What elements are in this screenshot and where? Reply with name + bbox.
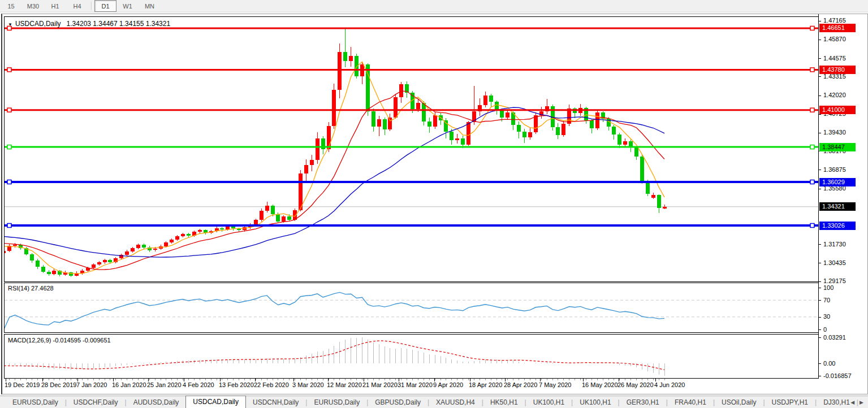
price-badge: 1.41000 xyxy=(819,106,856,114)
rsi-current-value: 27.4628 xyxy=(31,285,54,292)
date-axis-label: 13 Feb 2020 xyxy=(219,381,254,388)
price-axis-tick xyxy=(819,133,821,133)
macd-axis-tick xyxy=(819,337,821,338)
timeframe-button-m30[interactable]: M30 xyxy=(22,0,44,12)
tab-uk100-h1[interactable]: UK100,H1 xyxy=(526,397,571,408)
price-axis-label: 1.29175 xyxy=(823,277,846,284)
rsi-label: RSI(14) 27.4628 xyxy=(8,285,54,292)
price-axis-label: 1.42020 xyxy=(823,92,846,98)
price-badge: 1.38447 xyxy=(819,143,856,151)
price-axis-tick xyxy=(819,263,821,263)
chart-title: ▼USDCAD,Daily1.34203 1.34467 1.34155 1.3… xyxy=(8,20,170,28)
date-axis-label: 18 Apr 2020 xyxy=(469,381,502,388)
timeframe-button-d1[interactable]: D1 xyxy=(94,0,116,12)
price-axis-tick xyxy=(819,96,821,96)
tab-usdchf-daily[interactable]: USDCHF,Daily xyxy=(67,397,125,408)
tab-usdjpy-h1[interactable]: USDJPY,H1 xyxy=(765,397,815,408)
timeframe-button-h4[interactable]: H4 xyxy=(66,0,88,12)
hline-handle[interactable] xyxy=(810,68,814,72)
macd-current-values: -0.014595 -0.009651 xyxy=(53,337,110,344)
rsi-axis-label: 30 xyxy=(823,313,830,320)
date-axis-label: 25 Jan 2020 xyxy=(147,381,182,388)
price-badge: 1.43780 xyxy=(819,66,856,74)
candles xyxy=(4,28,666,277)
tab-eurusd-daily[interactable]: EURUSD,Daily xyxy=(307,397,366,408)
macd-axis-label: 0.00 xyxy=(823,360,835,367)
rsi-axis-tick xyxy=(819,317,821,318)
date-axis-label: 7 Jan 2020 xyxy=(76,381,107,388)
timeframe-button-w1[interactable]: W1 xyxy=(116,0,139,12)
tab-usoil-daily[interactable]: USOil,Daily xyxy=(715,397,763,408)
tab-uk100-h1[interactable]: UK100,H1 xyxy=(573,397,617,408)
price-badge: 1.34321 xyxy=(819,202,856,211)
chevron-down-icon[interactable]: ▼ xyxy=(8,22,12,27)
price-axis-tick xyxy=(819,170,821,170)
price-axis-label: 1.44575 xyxy=(823,55,846,62)
price-badge: 1.46651 xyxy=(819,24,856,32)
rsi-axis-label: 0 xyxy=(823,326,827,333)
tab-xauusd-h4[interactable]: XAUUSD,H4 xyxy=(429,397,482,408)
timeframe-toolbar: 15M30H1H4D1W1MN xyxy=(0,0,868,12)
tab-hk50-h1[interactable]: HK50,H1 xyxy=(483,397,525,408)
hline-handle[interactable] xyxy=(810,180,814,184)
macd-axis-tick xyxy=(819,376,821,376)
date-axis-label: 31 Mar 2020 xyxy=(398,381,433,388)
date-axis-label: 19 Dec 2019 xyxy=(5,381,40,388)
rsi-line xyxy=(4,292,664,329)
price-axis-label: 1.30435 xyxy=(823,259,846,266)
tab-gbpusd-daily[interactable]: GBPUSD,Daily xyxy=(368,397,427,408)
hline-handle[interactable] xyxy=(7,68,11,72)
tab-eurusd-daily[interactable]: EURUSD,Daily xyxy=(6,397,65,408)
hline-handle[interactable] xyxy=(810,26,814,30)
price-axis-tick xyxy=(819,21,821,21)
price-axis-label: 1.31730 xyxy=(823,241,846,248)
timeframe-button-h1[interactable]: H1 xyxy=(44,0,66,12)
price-badge: 1.33026 xyxy=(819,222,856,230)
macd-label: MACD(12,26,9) -0.014595 -0.009651 xyxy=(8,337,111,344)
rsi-axis-label: 70 xyxy=(823,297,830,303)
rsi-indicator-name: RSI(14) xyxy=(8,285,29,292)
date-axis-label: 12 Mar 2020 xyxy=(327,381,362,388)
hline-handle[interactable] xyxy=(7,108,11,112)
rsi-panel-canvas[interactable] xyxy=(4,283,819,333)
timeframe-button-15[interactable]: 15 xyxy=(0,0,22,12)
hline-handle[interactable] xyxy=(7,145,11,149)
date-axis-label: 3 Mar 2020 xyxy=(292,381,324,388)
hline-handle[interactable] xyxy=(810,224,814,228)
tab-fra40-h1[interactable]: FRA40,H1 xyxy=(668,397,713,408)
price-axis-tick xyxy=(819,58,821,59)
date-axis-label: 28 Dec 2019 xyxy=(41,381,76,388)
date-axis-label: 28 Apr 2020 xyxy=(504,381,537,388)
tab-audusd-daily[interactable]: AUDUSD,Daily xyxy=(127,397,186,408)
macd-axis-label: -0.016857 xyxy=(823,372,852,379)
tab-scroll-arrows: ◀▶ xyxy=(845,396,863,408)
price-badge: 1.36029 xyxy=(819,178,856,186)
date-axis-label: 9 Apr 2020 xyxy=(433,381,463,388)
hline-handle[interactable] xyxy=(810,108,814,112)
hline-handle[interactable] xyxy=(7,224,11,228)
date-axis-label: 21 Mar 2020 xyxy=(362,381,398,388)
macd-panel-canvas[interactable] xyxy=(4,334,819,379)
chart-ohlc-values: 1.34203 1.34467 1.34155 1.34321 xyxy=(67,20,171,28)
date-axis-label: 26 May 2020 xyxy=(617,381,654,388)
date-axis-label: 16 May 2020 xyxy=(582,381,618,388)
hline-handle[interactable] xyxy=(7,180,11,184)
macd-axis-label: 0.03291 xyxy=(823,334,846,341)
date-axis-label: 16 Jan 2020 xyxy=(112,381,146,388)
hline-handle[interactable] xyxy=(810,145,814,149)
price-axis-tick xyxy=(819,281,821,282)
tab-scroll-right-icon[interactable]: ▶ xyxy=(860,400,863,405)
tab-ger30-h1[interactable]: GER30,H1 xyxy=(620,397,666,408)
macd-indicator-name: MACD(12,26,9) xyxy=(8,337,51,344)
timeframe-button-mn[interactable]: MN xyxy=(139,0,161,12)
tab-usdcnh-daily[interactable]: USDCNH,Daily xyxy=(246,397,305,408)
macd-axis-tick xyxy=(819,363,821,364)
price-axis-tick xyxy=(819,244,821,245)
tab-scroll-left-icon[interactable]: ◀ xyxy=(850,400,854,405)
tab-usdcad-daily[interactable]: USDCAD,Daily xyxy=(185,396,246,408)
rsi-axis-tick xyxy=(819,288,821,288)
main-chart-canvas[interactable] xyxy=(4,16,819,282)
price-axis-tick xyxy=(819,76,821,77)
price-axis-tick xyxy=(819,40,821,40)
price-axis-label: 1.36875 xyxy=(823,166,846,173)
